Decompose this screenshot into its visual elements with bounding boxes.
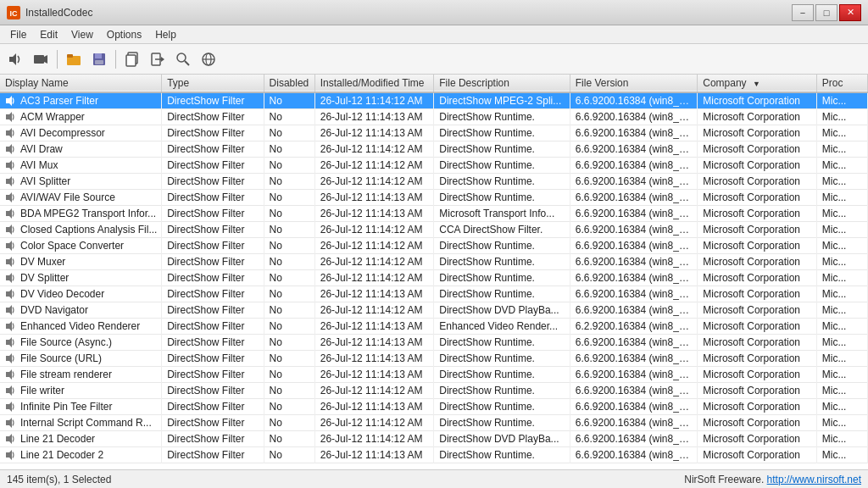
cell-type: DirectShow Filter [162, 286, 264, 302]
cell-proc: Mic... [816, 431, 867, 447]
menu-item-file[interactable]: File [3, 27, 33, 42]
cell-type: DirectShow Filter [162, 335, 264, 351]
toolbar-save-btn[interactable] [87, 47, 111, 71]
cell-disabled: No [264, 125, 314, 141]
cell-company: Microsoft Corporation [698, 190, 816, 206]
cell-ver: 6.6.9200.16384 (win8_rt... [570, 206, 698, 222]
cell-proc: Mic... [816, 367, 867, 383]
cell-name: ACM Wrapper [0, 109, 162, 125]
table-row[interactable]: AVI/WAV File SourceDirectShow FilterNo26… [0, 190, 868, 206]
col-header-company[interactable]: Company ▼ [698, 75, 816, 92]
minimize-button[interactable]: − [792, 4, 814, 21]
row-audio-icon [5, 288, 17, 300]
cell-ver: 6.6.9200.16384 (win8_rt... [570, 351, 698, 367]
table-row[interactable]: AC3 Parser FilterDirectShow FilterNo26-J… [0, 92, 868, 109]
cell-desc: Microsoft Transport Info... [434, 206, 570, 222]
col-header-ver[interactable]: File Version [570, 75, 698, 92]
web-icon [201, 52, 216, 67]
table-row[interactable]: DVD NavigatorDirectShow FilterNo26-Jul-1… [0, 302, 868, 319]
cell-company: Microsoft Corporation [698, 335, 816, 351]
cell-time: 26-Jul-12 11:14:12 AM [314, 92, 433, 109]
col-header-type[interactable]: Type [162, 75, 264, 92]
cell-desc: DirectShow Runtime. [434, 367, 570, 383]
svg-marker-4 [44, 55, 47, 64]
table-row[interactable]: File stream rendererDirectShow FilterNo2… [0, 367, 868, 383]
col-header-time[interactable]: Installed/Modified Time [314, 75, 433, 92]
toolbar-search-btn[interactable] [171, 47, 195, 71]
table-row[interactable]: Infinite Pin Tee FilterDirectShow Filter… [0, 399, 868, 415]
cell-desc: DirectShow Runtime. [434, 270, 570, 286]
svg-marker-28 [6, 225, 12, 235]
copy-icon [125, 52, 140, 67]
toolbar-export-btn[interactable] [146, 47, 170, 71]
col-header-proc[interactable]: Proc [816, 75, 867, 92]
cell-time: 26-Jul-12 11:14:13 AM [314, 206, 433, 222]
window-controls: − □ ✕ [792, 4, 861, 21]
cell-type: DirectShow Filter [162, 383, 264, 399]
cell-ver: 6.6.9200.16384 (win8_rt... [570, 158, 698, 174]
cell-type: DirectShow Filter [162, 415, 264, 431]
toolbar-audio-btn[interactable] [3, 47, 27, 71]
table-row[interactable]: DV Video DecoderDirectShow FilterNo26-Ju… [0, 286, 868, 302]
cell-ver: 6.6.9200.16384 (win8_rt... [570, 174, 698, 190]
table-row[interactable]: AVI DecompressorDirectShow FilterNo26-Ju… [0, 125, 868, 141]
cell-name: AVI Mux [0, 158, 162, 174]
menu-item-view[interactable]: View [64, 27, 100, 42]
table-row[interactable]: File writerDirectShow FilterNo26-Jul-12 … [0, 383, 868, 399]
table-row[interactable]: BDA MPEG2 Transport Infor...DirectShow F… [0, 206, 868, 222]
cell-type: DirectShow Filter [162, 270, 264, 286]
cell-desc: DirectShow Runtime. [434, 141, 570, 158]
table-row[interactable]: File Source (URL)DirectShow FilterNo26-J… [0, 351, 868, 367]
cell-name: Enhanced Video Renderer [0, 319, 162, 335]
restore-button[interactable]: □ [815, 4, 837, 21]
cell-type: DirectShow Filter [162, 158, 264, 174]
status-credit: NirSoft Freeware. http://www.nirsoft.net [684, 474, 861, 485]
table-row[interactable]: Line 21 DecoderDirectShow FilterNo26-Jul… [0, 431, 868, 447]
cell-ver: 6.6.9200.16384 (win8_rt... [570, 222, 698, 238]
codec-table: Display Name Type Disabled Installed/Mod… [0, 75, 868, 463]
col-header-desc[interactable]: File Description [434, 75, 570, 92]
table-row[interactable]: AVI MuxDirectShow FilterNo26-Jul-12 11:1… [0, 158, 868, 174]
toolbar-video-btn[interactable] [29, 47, 53, 71]
table-container[interactable]: Display Name Type Disabled Installed/Mod… [0, 75, 868, 469]
cell-ver: 6.6.9200.16384 (win8_rt... [570, 286, 698, 302]
cell-disabled: No [264, 447, 314, 463]
folder-icon [66, 52, 81, 67]
toolbar-open-btn[interactable] [62, 47, 86, 71]
col-header-disabled[interactable]: Disabled [264, 75, 314, 92]
table-row[interactable]: AVI SplitterDirectShow FilterNo26-Jul-12… [0, 174, 868, 190]
toolbar-copy-btn[interactable] [120, 47, 144, 71]
row-audio-icon [5, 336, 17, 348]
cell-type: DirectShow Filter [162, 222, 264, 238]
table-row[interactable]: Enhanced Video RendererDirectShow Filter… [0, 319, 868, 335]
menu-item-help[interactable]: Help [148, 27, 183, 42]
export-icon [150, 52, 165, 67]
table-row[interactable]: Color Space ConverterDirectShow FilterNo… [0, 238, 868, 254]
svg-rect-8 [95, 53, 102, 58]
cell-name: DVD Navigator [0, 302, 162, 319]
cell-desc: DirectShow Runtime. [434, 125, 570, 141]
toolbar-web-btn[interactable] [197, 47, 220, 71]
cell-disabled: No [264, 383, 314, 399]
table-row[interactable]: File Source (Async.)DirectShow FilterNo2… [0, 335, 868, 351]
table-row[interactable]: Line 21 Decoder 2DirectShow FilterNo26-J… [0, 447, 868, 463]
cell-type: DirectShow Filter [162, 92, 264, 109]
cell-company: Microsoft Corporation [698, 383, 816, 399]
menu-item-options[interactable]: Options [100, 27, 148, 42]
table-row[interactable]: Closed Captions Analysis Fil...DirectSho… [0, 222, 868, 238]
table-row[interactable]: ACM WrapperDirectShow FilterNo26-Jul-12 … [0, 109, 868, 125]
cell-ver: 6.6.9200.16384 (win8_rt... [570, 92, 698, 109]
cell-time: 26-Jul-12 11:14:13 AM [314, 351, 433, 367]
menu-item-edit[interactable]: Edit [33, 27, 64, 42]
cell-name: AVI/WAV File Source [0, 190, 162, 206]
table-row[interactable]: Internal Script Command R...DirectShow F… [0, 415, 868, 431]
col-header-name[interactable]: Display Name [0, 75, 162, 92]
nirsoft-link[interactable]: http://www.nirsoft.net [767, 474, 861, 485]
cell-ver: 6.6.9200.16384 (win8_rt... [570, 141, 698, 158]
cell-name: DV Muxer [0, 254, 162, 270]
table-row[interactable]: DV SplitterDirectShow FilterNo26-Jul-12 … [0, 270, 868, 286]
close-button[interactable]: ✕ [839, 4, 861, 21]
cell-name: DV Splitter [0, 270, 162, 286]
table-row[interactable]: DV MuxerDirectShow FilterNo26-Jul-12 11:… [0, 254, 868, 270]
table-row[interactable]: AVI DrawDirectShow FilterNo26-Jul-12 11:… [0, 141, 868, 158]
